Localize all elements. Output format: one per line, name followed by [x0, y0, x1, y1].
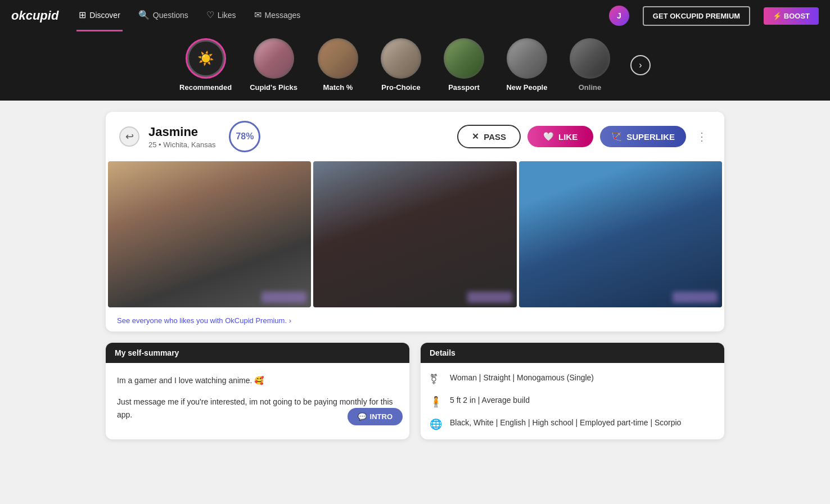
- detail-item-height: 🧍 5 ft 2 in | Average build: [430, 394, 715, 408]
- category-label-pro-choice: Pro-Choice: [381, 83, 420, 92]
- cupids-picks-thumb: [254, 38, 294, 79]
- discover-icon: ⊞: [79, 10, 86, 20]
- premium-prompt[interactable]: See everyone who likes you with OkCupid …: [106, 310, 724, 332]
- online-thumb: [570, 38, 610, 79]
- category-label-recommended: Recommended: [179, 83, 232, 92]
- category-item-new-people[interactable]: New People: [504, 38, 549, 92]
- superlike-button[interactable]: 🏹 SUPERLIKE: [600, 126, 686, 147]
- profile-info: Jasmine 25 • Wichita, Kansas: [148, 125, 215, 149]
- pass-icon: ✕: [472, 131, 479, 142]
- detail-text-height: 5 ft 2 in | Average build: [450, 394, 530, 406]
- new-people-thumb: [507, 38, 547, 79]
- pass-button[interactable]: ✕ PASS: [457, 125, 521, 148]
- profile-name: Jasmine: [148, 125, 215, 139]
- nav-item-discover[interactable]: ⊞ Discover: [76, 0, 122, 31]
- likes-icon: ♡: [206, 10, 214, 20]
- category-label-online: Online: [579, 83, 601, 92]
- top-navigation: okcupid ⊞ Discover 🔍 Questions ♡ Likes ✉…: [0, 0, 830, 31]
- recommended-thumb: ☀️: [186, 38, 226, 79]
- profile-sub: 25 • Wichita, Kansas: [148, 140, 215, 149]
- gender-icon: ⚧: [430, 373, 443, 385]
- self-summary-body: Im a gamer and I love watching anime. 🥰 …: [106, 363, 409, 432]
- photo-2[interactable]: [313, 161, 516, 307]
- detail-item-gender: ⚧ Woman | Straight | Monogamous (Single): [430, 372, 715, 385]
- category-item-recommended[interactable]: ☀️ Recommended: [179, 38, 232, 92]
- globe-icon: 🌐: [430, 418, 443, 430]
- details-header: Details: [421, 343, 724, 363]
- category-bar: ☀️ Recommended Cupid's Picks Match % Pro…: [0, 31, 830, 101]
- detail-item-background: 🌐 Black, White | English | High school |…: [430, 417, 715, 430]
- match-circle: 78%: [229, 121, 260, 152]
- photos-grid: [106, 161, 724, 310]
- more-options-button[interactable]: ⋮: [693, 128, 711, 146]
- category-item-passport[interactable]: Passport: [441, 38, 486, 92]
- height-icon: 🧍: [430, 396, 443, 408]
- category-item-match[interactable]: Match %: [315, 38, 360, 92]
- profile-card: ↩ Jasmine 25 • Wichita, Kansas 78% ✕ PAS…: [106, 112, 724, 332]
- like-icon: 🤍: [543, 131, 554, 142]
- undo-button[interactable]: ↩: [119, 126, 139, 147]
- details-list: ⚧ Woman | Straight | Monogamous (Single)…: [421, 363, 724, 439]
- category-label-new-people: New People: [506, 83, 547, 92]
- category-item-pro-choice[interactable]: Pro-Choice: [378, 38, 423, 92]
- nav-item-questions[interactable]: 🔍 Questions: [136, 0, 191, 31]
- category-label-cupids-picks: Cupid's Picks: [250, 83, 297, 92]
- questions-icon: 🔍: [138, 10, 150, 20]
- intro-button[interactable]: 💬 INTRO: [348, 408, 403, 425]
- action-buttons: ✕ PASS 🤍 LIKE 🏹 SUPERLIKE ⋮: [457, 125, 711, 148]
- intro-icon: 💬: [358, 412, 367, 421]
- profile-header: ↩ Jasmine 25 • Wichita, Kansas 78% ✕ PAS…: [106, 112, 724, 161]
- user-avatar[interactable]: J: [609, 6, 629, 26]
- detail-text-background: Black, White | English | High school | E…: [450, 417, 681, 429]
- category-item-online[interactable]: Online: [567, 38, 612, 92]
- self-summary-text-1: Im a gamer and I love watching anime. 🥰: [117, 374, 398, 387]
- self-summary-card: My self-summary Im a gamer and I love wa…: [106, 343, 409, 439]
- pro-choice-thumb: [381, 38, 421, 79]
- category-item-cupids-picks[interactable]: Cupid's Picks: [250, 38, 297, 92]
- next-arrow[interactable]: ›: [630, 55, 651, 75]
- photo-1[interactable]: [108, 161, 311, 307]
- passport-thumb: [444, 38, 484, 79]
- logo: okcupid: [11, 8, 58, 23]
- boost-button[interactable]: ⚡ BOOST: [764, 7, 819, 25]
- details-card: Details ⚧ Woman | Straight | Monogamous …: [421, 343, 724, 439]
- nav-item-messages[interactable]: ✉ Messages: [252, 0, 303, 31]
- category-label-match: Match %: [323, 83, 353, 92]
- detail-text-gender: Woman | Straight | Monogamous (Single): [450, 372, 594, 384]
- messages-icon: ✉: [254, 10, 261, 20]
- match-thumb: [318, 38, 358, 79]
- category-label-passport: Passport: [448, 83, 480, 92]
- photo-3[interactable]: [519, 161, 722, 307]
- self-summary-header: My self-summary: [106, 343, 409, 363]
- nav-item-likes[interactable]: ♡ Likes: [204, 0, 238, 31]
- superlike-icon: 🏹: [611, 131, 622, 142]
- premium-button[interactable]: GET OKCUPID PREMIUM: [643, 6, 750, 26]
- like-button[interactable]: 🤍 LIKE: [527, 126, 593, 147]
